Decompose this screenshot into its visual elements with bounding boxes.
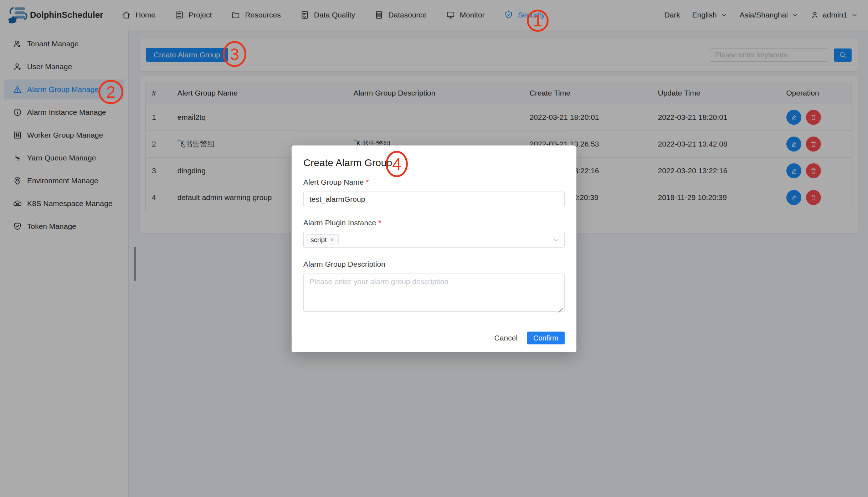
modal-title: Create Alarm Group bbox=[303, 157, 565, 169]
alert-group-name-input[interactable] bbox=[303, 191, 565, 207]
alert-group-name-label: Alert Group Name* bbox=[303, 178, 565, 186]
annotation-circle-3: 3 bbox=[223, 41, 246, 67]
tag-label: script bbox=[310, 236, 327, 244]
create-alarm-group-modal: Create Alarm Group Alert Group Name* Ala… bbox=[292, 145, 576, 352]
alarm-group-description-label: Alarm Group Description bbox=[303, 260, 565, 268]
alarm-plugin-instance-label: Alarm Plugin Instance* bbox=[303, 219, 565, 227]
annotation-circle-1: 1 bbox=[527, 10, 549, 32]
confirm-button[interactable]: Confirm bbox=[527, 332, 565, 344]
cancel-button[interactable]: Cancel bbox=[494, 334, 518, 342]
alarm-group-description-textarea[interactable] bbox=[303, 273, 565, 312]
required-mark: * bbox=[366, 178, 369, 186]
alarm-plugin-instance-select[interactable]: script bbox=[303, 232, 565, 248]
annotation-circle-4: 4 bbox=[386, 151, 408, 177]
remove-tag-icon[interactable] bbox=[329, 237, 335, 242]
selected-plugin-tag: script bbox=[307, 234, 339, 245]
required-mark: * bbox=[378, 219, 381, 227]
annotation-circle-2: 2 bbox=[98, 80, 123, 104]
resize-handle-icon[interactable] bbox=[558, 304, 563, 309]
chevron-down-icon bbox=[553, 236, 560, 244]
app: DolphinScheduler Home Project Resources … bbox=[0, 0, 868, 497]
